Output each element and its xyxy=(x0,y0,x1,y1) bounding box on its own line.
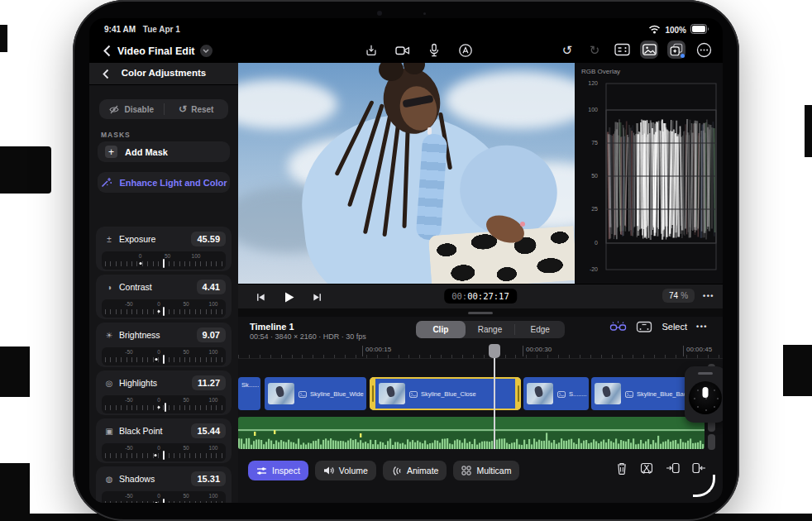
select-button[interactable]: Select xyxy=(662,322,687,332)
highlights-icon: ◎ xyxy=(103,379,115,388)
background-window-fragment xyxy=(0,25,7,52)
clip-thumbnail xyxy=(379,383,405,404)
sliders-icon xyxy=(256,466,267,476)
transport-bar: 00:00:27:17 74% ••• xyxy=(238,284,723,309)
volume-button[interactable]: Volume xyxy=(315,461,376,480)
picture-icon xyxy=(409,386,418,401)
export-icon[interactable] xyxy=(362,41,380,60)
more-options-icon[interactable] xyxy=(695,41,713,59)
scope-waveform xyxy=(575,63,723,284)
project-title-bar: Video Final Edit ↺ xyxy=(89,37,723,63)
exposure-slider[interactable]: 050100 xyxy=(102,251,226,270)
black-point-value[interactable]: 15.44 xyxy=(191,423,226,438)
mode-range[interactable]: Range xyxy=(466,321,515,338)
mode-clip[interactable]: Clip xyxy=(416,321,466,338)
audio-waveform xyxy=(238,417,705,449)
timeline-clip[interactable]: S........ xyxy=(523,377,589,410)
timeline-clip-selected[interactable]: Skyline_Blue_Close xyxy=(370,377,521,410)
viewer-zoom-button[interactable]: 74% xyxy=(662,289,695,303)
brightness-icon: ☀ xyxy=(103,331,115,340)
shadows-value[interactable]: 15.31 xyxy=(191,471,226,486)
trim-handle-right[interactable] xyxy=(515,377,521,410)
contrast-icon: ◑ xyxy=(103,283,115,292)
previous-frame-icon[interactable] xyxy=(251,288,270,306)
clip-thumbnail xyxy=(595,383,621,404)
timeline-more-icon[interactable]: ••• xyxy=(696,323,708,331)
black-point-slider[interactable]: -50050100 xyxy=(102,443,226,461)
black-point-icon: ▣ xyxy=(103,427,115,436)
battery-icon xyxy=(690,24,709,36)
play-icon[interactable] xyxy=(279,288,298,306)
video-preview[interactable] xyxy=(238,63,575,284)
background-window-fragment xyxy=(0,146,51,194)
multicam-button[interactable]: Multicam xyxy=(453,461,519,480)
add-mask-button[interactable]: + Add Mask xyxy=(98,141,230,162)
timecode-display[interactable]: 00:00:27:17 xyxy=(444,289,517,304)
clip-thumbnail xyxy=(527,383,553,404)
plus-icon: + xyxy=(105,146,117,158)
wifi-icon xyxy=(648,25,661,36)
timeline-vertical-scrollbar[interactable] xyxy=(708,434,715,450)
viewer-more-icon[interactable]: ••• xyxy=(703,292,714,300)
adjustment-label: Contrast xyxy=(119,282,197,292)
shadows-slider[interactable]: -50050100 xyxy=(102,491,226,503)
effects-browser-icon[interactable] xyxy=(667,41,685,59)
inspector-icon[interactable] xyxy=(613,41,631,59)
highlights-value[interactable]: 11.27 xyxy=(192,375,226,390)
playhead-handle[interactable] xyxy=(489,344,500,358)
background-window-fragment xyxy=(805,105,812,157)
project-title[interactable]: Video Final Edit xyxy=(117,45,195,57)
reset-button[interactable]: ↺ Reset xyxy=(165,99,229,119)
brightness-slider[interactable]: -50050100 xyxy=(102,347,226,366)
effects-notification-dot xyxy=(681,54,685,58)
audio-track[interactable] xyxy=(238,417,705,449)
timeline-clip[interactable]: Skyline_Blue_Wide xyxy=(265,377,366,410)
clip-thumbnail xyxy=(268,383,294,404)
exposure-value[interactable]: 45.59 xyxy=(191,232,226,246)
adjustment-black-point: ▣Black Point15.44 -50050100 xyxy=(96,418,232,463)
background-window-fragment xyxy=(783,345,812,396)
animate-button[interactable]: Animate xyxy=(383,461,447,480)
split-clip-icon[interactable] xyxy=(640,461,653,475)
trash-icon[interactable] xyxy=(616,461,628,475)
app-screen: 9:41 AM Tue Apr 1 100% Video Final Edit xyxy=(89,18,723,503)
status-bar: 9:41 AM Tue Apr 1 100% xyxy=(89,18,723,37)
media-browser-icon[interactable] xyxy=(640,41,658,59)
contrast-value[interactable]: 4.41 xyxy=(197,280,226,294)
background-window-fragment xyxy=(0,463,30,521)
record-video-icon[interactable] xyxy=(394,41,412,60)
picture-icon xyxy=(299,386,307,401)
eye-off-icon xyxy=(108,105,120,114)
enhance-glasses-icon[interactable] xyxy=(609,320,627,333)
camera-capture-icon[interactable] xyxy=(636,320,652,333)
timeline-resize-handle[interactable] xyxy=(468,312,493,314)
picture-icon xyxy=(557,386,566,401)
brightness-value[interactable]: 9.07 xyxy=(197,327,226,342)
project-menu-chevron-icon[interactable] xyxy=(200,45,213,57)
inspect-button[interactable]: Inspect xyxy=(248,461,308,480)
magic-wand-icon xyxy=(100,176,112,189)
jog-wheel[interactable] xyxy=(685,366,723,423)
insert-clip-icon[interactable] xyxy=(666,461,680,475)
annotate-icon[interactable] xyxy=(456,41,475,60)
undo-icon[interactable]: ↺ xyxy=(558,41,576,59)
microphone-icon[interactable] xyxy=(425,41,443,60)
adjustment-label: Exposure xyxy=(119,234,191,244)
enhance-light-color-button[interactable]: Enhance Light and Color xyxy=(98,172,230,193)
mode-edge[interactable]: Edge xyxy=(515,321,565,338)
timeline-clip[interactable]: Sk...... xyxy=(238,377,260,410)
trim-handle-left[interactable] xyxy=(370,377,375,410)
disable-button[interactable]: Disable xyxy=(99,99,164,119)
timeline-ruler[interactable]: 00:00:15 00:00:30 00:00:45 xyxy=(238,343,723,359)
next-frame-icon[interactable] xyxy=(308,288,326,306)
speaker-icon xyxy=(323,466,334,476)
redo-icon: ↻ xyxy=(585,41,604,59)
overwrite-clip-icon[interactable] xyxy=(692,461,706,475)
clip-toolbar: Inspect Volume Animate Multicam xyxy=(238,457,723,485)
highlights-slider[interactable]: -50050100 xyxy=(102,395,226,413)
contrast-slider[interactable]: -50050100 xyxy=(102,299,226,318)
color-adjustments-panel: Color Adjustments Disable ↺ Reset MASKS … xyxy=(89,63,238,503)
disable-reset-control: Disable ↺ Reset xyxy=(99,99,228,119)
back-chevron-icon[interactable] xyxy=(99,43,114,58)
playhead-line[interactable] xyxy=(494,344,495,449)
